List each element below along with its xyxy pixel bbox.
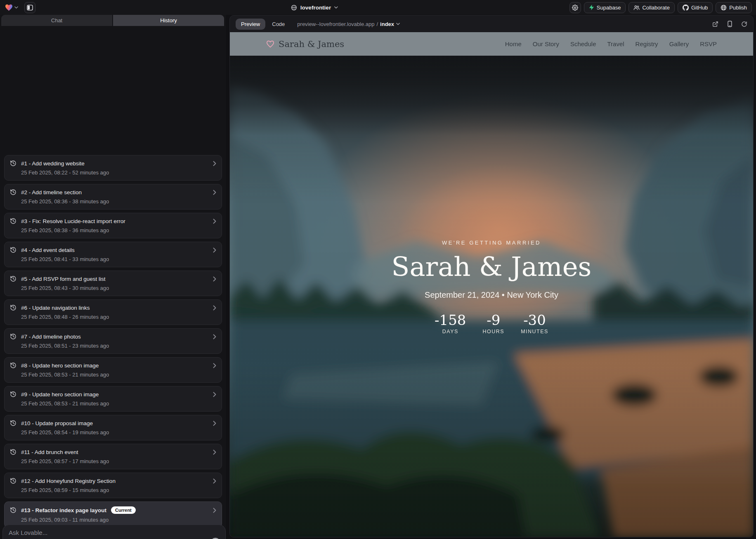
settings-button[interactable] [569,2,581,13]
tab-chat[interactable]: Chat [1,15,112,26]
site-brand[interactable]: Sarah & James [266,39,344,49]
tab-code[interactable]: Code [272,21,285,27]
external-link-icon [712,21,718,27]
history-restore-icon [10,275,17,282]
chevron-right-icon[interactable] [213,247,216,253]
chevron-right-icon[interactable] [213,219,216,224]
history-item-meta: 25 Feb 2025, 08:22 - 52 minutes ago [10,169,216,176]
history-item[interactable]: #9 - Update hero section image 25 Feb 20… [4,386,222,412]
history-item-title: #4 - Add event details [21,247,75,253]
site-nav-link[interactable]: Our Story [533,40,559,47]
history-item-meta: 25 Feb 2025, 08:43 - 30 minutes ago [10,285,216,291]
history-item[interactable]: #6 - Update navigation links 25 Feb 2025… [4,299,222,325]
github-label: GitHub [691,5,708,11]
chevron-right-icon[interactable] [213,478,216,484]
chevron-right-icon[interactable] [213,421,216,426]
current-badge: Current [111,506,136,514]
chevron-down-icon [334,6,338,9]
history-item-title: #6 - Update navigation links [21,305,90,311]
project-name: lovefrontier [300,5,331,11]
toggle-sidebar-button[interactable] [24,2,35,13]
chevron-right-icon[interactable] [213,190,216,195]
history-item[interactable]: #12 - Add Honeyfund Registry Section 25 … [4,473,222,498]
hero-title: Sarah & James [392,252,592,282]
site-nav-link[interactable]: Schedule [570,40,596,47]
history-item[interactable]: #8 - Update hero section image 25 Feb 20… [4,357,222,383]
countdown: -158 DAYS -9 HOURS -30 MINUTES [392,313,592,334]
site-nav-link[interactable]: Registry [636,40,658,47]
history-item-meta: 25 Feb 2025, 08:36 - 38 minutes ago [10,198,216,205]
countdown-unit: -30 MINUTES [521,313,548,334]
preview-toolbar: Preview Code preview--lovefrontier.lovab… [230,16,753,32]
history-restore-icon [10,304,17,311]
chevron-down-icon [14,6,18,9]
refresh-button[interactable] [741,21,747,27]
chevron-right-icon[interactable] [213,363,216,368]
open-external-button[interactable] [712,21,718,27]
site-nav-link[interactable]: Travel [607,40,624,47]
refresh-icon [741,21,747,27]
site-brand-name: Sarah & James [279,39,344,49]
history-item-title: #11 - Add brunch event [21,449,78,455]
collaborate-label: Collaborate [642,5,670,11]
path-separator: / [376,21,378,27]
site-viewport: Sarah & James Home Our Story Schedule Tr… [230,32,753,537]
top-bar: lovefrontier Supabase Collaborate [0,0,756,15]
publish-button[interactable]: Publish [716,2,752,13]
history-item[interactable]: #5 - Add RSVP form and guest list 25 Feb… [4,271,222,296]
history-restore-icon [10,160,17,167]
history-item-title: #12 - Add Honeyfund Registry Section [21,478,116,484]
countdown-value: -9 [482,313,504,327]
prompt-composer: Attach Edit Default [2,525,226,539]
site-nav-link[interactable]: Home [505,40,522,47]
chevron-right-icon[interactable] [213,161,216,166]
history-restore-icon [10,333,17,340]
site-nav: Home Our Story Schedule Travel Registry … [505,40,717,47]
history-item[interactable]: #13 - Refactor index page layout Current… [4,501,222,528]
publish-label: Publish [729,5,747,11]
site-nav-link[interactable]: RSVP [700,40,717,47]
history-restore-icon [10,478,17,484]
history-item[interactable]: #11 - Add brunch event 25 Feb 2025, 08:5… [4,444,222,469]
history-item-title: #2 - Add timeline section [21,189,82,195]
tab-history[interactable]: History [113,15,224,26]
collaborate-button[interactable]: Collaborate [628,2,675,13]
supabase-button[interactable]: Supabase [584,2,626,13]
mobile-view-button[interactable] [727,21,732,27]
history-item-meta: 25 Feb 2025, 08:41 - 33 minutes ago [10,256,216,262]
chevron-right-icon[interactable] [213,392,216,397]
history-item[interactable]: #2 - Add timeline section 25 Feb 2025, 0… [4,184,222,209]
history-item[interactable]: #3 - Fix: Resolve Lucide-react import er… [4,213,222,238]
chevron-right-icon[interactable] [213,334,216,339]
chevron-right-icon[interactable] [213,305,216,311]
history-item[interactable]: #10 - Update proposal image 25 Feb 2025,… [4,415,222,440]
history-restore-icon [10,507,17,513]
project-switcher[interactable]: lovefrontier [291,0,338,15]
history-item-meta: 25 Feb 2025, 09:03 - 11 minutes ago [10,517,216,523]
hero-content: WE'RE GETTING MARRIED Sarah & James Sept… [392,240,592,334]
countdown-unit: -158 DAYS [435,313,466,334]
history-restore-icon [10,247,17,253]
supabase-bolt-icon [589,5,594,10]
history-item-title: #7 - Add timeline photos [21,334,81,340]
preview-pane: Preview Code preview--lovefrontier.lovab… [229,15,754,537]
lovable-logo-menu[interactable] [5,4,18,11]
chevron-right-icon[interactable] [213,276,216,282]
site-nav-link[interactable]: Gallery [669,40,689,47]
history-item[interactable]: #4 - Add event details 25 Feb 2025, 08:4… [4,242,222,267]
ask-lovable-input[interactable] [9,529,190,536]
github-button[interactable]: GitHub [678,2,713,13]
github-octocat-icon [683,5,689,11]
tab-preview[interactable]: Preview [236,19,265,30]
preview-url-selector[interactable]: preview--lovefrontier.lovable.app / inde… [297,21,400,27]
history-item[interactable]: #7 - Add timeline photos 25 Feb 2025, 08… [4,328,222,354]
chevron-right-icon[interactable] [213,508,216,513]
history-item-meta: 25 Feb 2025, 08:51 - 23 minutes ago [10,343,216,349]
chevron-right-icon[interactable] [213,450,216,455]
history-item-meta: 25 Feb 2025, 08:48 - 26 minutes ago [10,314,216,320]
history-item[interactable]: #1 - Add wedding website 25 Feb 2025, 08… [4,155,222,181]
history-item-title: #8 - Update hero section image [21,362,99,369]
publish-globe-icon [721,5,727,11]
preview-url: preview--lovefrontier.lovable.app [297,21,374,27]
history-item-title: #1 - Add wedding website [21,160,85,167]
